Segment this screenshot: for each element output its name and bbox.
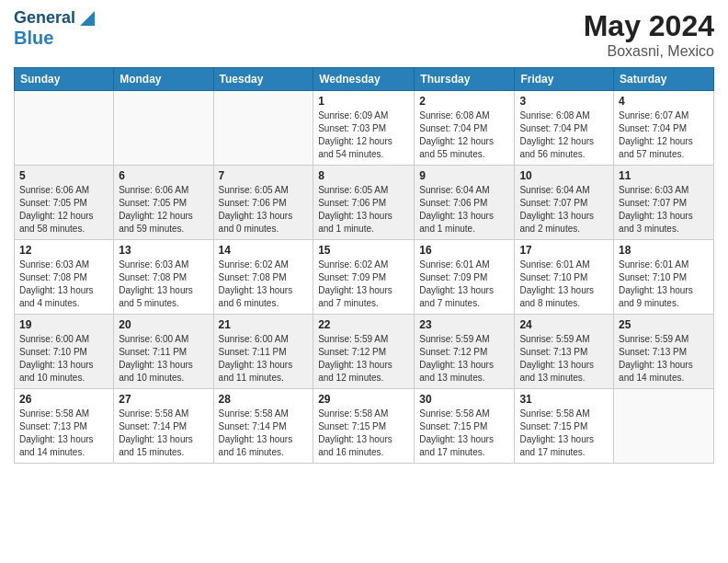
col-wednesday: Wednesday <box>313 68 415 91</box>
day-info: Sunrise: 6:02 AM Sunset: 7:09 PM Dayligh… <box>318 259 409 310</box>
calendar-day-cell: 18Sunrise: 6:01 AM Sunset: 7:10 PM Dayli… <box>614 240 714 315</box>
day-info: Sunrise: 6:00 AM Sunset: 7:10 PM Dayligh… <box>19 333 108 385</box>
calendar-week-row: 26Sunrise: 5:58 AM Sunset: 7:13 PM Dayli… <box>15 389 714 464</box>
calendar-day-cell: 20Sunrise: 6:00 AM Sunset: 7:11 PM Dayli… <box>114 315 213 389</box>
calendar-day-cell: 31Sunrise: 5:58 AM Sunset: 7:15 PM Dayli… <box>515 389 614 464</box>
day-number: 14 <box>219 244 309 257</box>
day-number: 28 <box>219 393 309 406</box>
day-number: 8 <box>318 169 409 182</box>
day-number: 25 <box>619 318 709 331</box>
day-number: 3 <box>519 95 609 108</box>
calendar-day-cell: 24Sunrise: 5:59 AM Sunset: 7:13 PM Dayli… <box>515 315 614 389</box>
day-info: Sunrise: 6:05 AM Sunset: 7:06 PM Dayligh… <box>219 184 309 236</box>
calendar-day-cell: 11Sunrise: 6:03 AM Sunset: 7:07 PM Dayli… <box>614 166 714 240</box>
day-number: 15 <box>318 244 409 257</box>
day-info: Sunrise: 6:07 AM Sunset: 7:04 PM Dayligh… <box>619 109 709 161</box>
calendar-week-row: 5Sunrise: 6:06 AM Sunset: 7:05 PM Daylig… <box>15 166 714 240</box>
calendar-day-cell: 28Sunrise: 5:58 AM Sunset: 7:14 PM Dayli… <box>213 389 313 464</box>
calendar-day-cell: 10Sunrise: 6:04 AM Sunset: 7:07 PM Dayli… <box>515 166 614 240</box>
day-info: Sunrise: 5:58 AM Sunset: 7:15 PM Dayligh… <box>318 408 409 459</box>
calendar-day-cell: 3Sunrise: 6:08 AM Sunset: 7:04 PM Daylig… <box>515 91 614 166</box>
day-number: 10 <box>519 169 609 182</box>
calendar-day-cell <box>15 91 114 166</box>
day-number: 22 <box>318 318 409 331</box>
day-info: Sunrise: 6:03 AM Sunset: 7:08 PM Dayligh… <box>19 259 108 310</box>
day-number: 31 <box>519 393 609 406</box>
calendar-day-cell: 23Sunrise: 5:59 AM Sunset: 7:12 PM Dayli… <box>415 315 515 389</box>
day-info: Sunrise: 6:06 AM Sunset: 7:05 PM Dayligh… <box>19 184 108 236</box>
svg-marker-0 <box>80 11 95 26</box>
day-number: 12 <box>19 244 108 257</box>
calendar-day-cell: 8Sunrise: 6:05 AM Sunset: 7:06 PM Daylig… <box>313 166 415 240</box>
calendar-location: Boxasni, Mexico <box>584 43 714 60</box>
col-monday: Monday <box>114 68 213 91</box>
day-number: 27 <box>119 393 208 406</box>
day-info: Sunrise: 5:58 AM Sunset: 7:13 PM Dayligh… <box>19 408 108 459</box>
day-info: Sunrise: 6:02 AM Sunset: 7:08 PM Dayligh… <box>219 259 309 310</box>
day-info: Sunrise: 5:58 AM Sunset: 7:14 PM Dayligh… <box>119 408 208 459</box>
day-info: Sunrise: 6:06 AM Sunset: 7:05 PM Dayligh… <box>119 184 208 236</box>
day-info: Sunrise: 5:59 AM Sunset: 7:12 PM Dayligh… <box>419 333 509 385</box>
day-number: 1 <box>318 95 409 108</box>
calendar-day-cell: 27Sunrise: 5:58 AM Sunset: 7:14 PM Dayli… <box>114 389 213 464</box>
page-header: General Blue May 2024 Boxasni, Mexico <box>14 9 714 60</box>
day-number: 2 <box>419 95 509 108</box>
calendar-day-cell: 2Sunrise: 6:08 AM Sunset: 7:04 PM Daylig… <box>415 91 515 166</box>
day-info: Sunrise: 6:09 AM Sunset: 7:03 PM Dayligh… <box>318 109 409 161</box>
calendar-day-cell: 29Sunrise: 5:58 AM Sunset: 7:15 PM Dayli… <box>313 389 415 464</box>
day-info: Sunrise: 5:58 AM Sunset: 7:15 PM Dayligh… <box>519 408 609 459</box>
logo-triangle-icon <box>80 11 95 26</box>
calendar-day-cell: 19Sunrise: 6:00 AM Sunset: 7:10 PM Dayli… <box>15 315 114 389</box>
calendar-day-cell: 13Sunrise: 6:03 AM Sunset: 7:08 PM Dayli… <box>114 240 213 315</box>
calendar-day-cell: 14Sunrise: 6:02 AM Sunset: 7:08 PM Dayli… <box>213 240 313 315</box>
logo: General Blue <box>14 9 95 48</box>
day-info: Sunrise: 5:58 AM Sunset: 7:14 PM Dayligh… <box>219 408 309 459</box>
col-thursday: Thursday <box>415 68 515 91</box>
calendar-day-cell: 22Sunrise: 5:59 AM Sunset: 7:12 PM Dayli… <box>313 315 415 389</box>
calendar-table: Sunday Monday Tuesday Wednesday Thursday… <box>14 67 714 464</box>
day-number: 13 <box>119 244 208 257</box>
day-number: 26 <box>19 393 108 406</box>
calendar-day-cell: 6Sunrise: 6:06 AM Sunset: 7:05 PM Daylig… <box>114 166 213 240</box>
day-info: Sunrise: 6:03 AM Sunset: 7:08 PM Dayligh… <box>119 259 208 310</box>
day-info: Sunrise: 6:01 AM Sunset: 7:10 PM Dayligh… <box>619 259 709 310</box>
calendar-week-row: 12Sunrise: 6:03 AM Sunset: 7:08 PM Dayli… <box>15 240 714 315</box>
day-number: 7 <box>219 169 309 182</box>
calendar-day-cell <box>213 91 313 166</box>
calendar-day-cell: 4Sunrise: 6:07 AM Sunset: 7:04 PM Daylig… <box>614 91 714 166</box>
calendar-day-cell <box>614 389 714 464</box>
calendar-day-cell: 17Sunrise: 6:01 AM Sunset: 7:10 PM Dayli… <box>515 240 614 315</box>
day-number: 30 <box>419 393 509 406</box>
day-info: Sunrise: 6:01 AM Sunset: 7:09 PM Dayligh… <box>419 259 509 310</box>
logo-top: General <box>14 9 95 28</box>
day-info: Sunrise: 6:03 AM Sunset: 7:07 PM Dayligh… <box>619 184 709 236</box>
calendar-day-cell: 15Sunrise: 6:02 AM Sunset: 7:09 PM Dayli… <box>313 240 415 315</box>
col-saturday: Saturday <box>614 68 714 91</box>
col-tuesday: Tuesday <box>213 68 313 91</box>
day-number: 11 <box>619 169 709 182</box>
day-info: Sunrise: 6:04 AM Sunset: 7:07 PM Dayligh… <box>519 184 609 236</box>
day-number: 16 <box>419 244 509 257</box>
calendar-day-cell: 26Sunrise: 5:58 AM Sunset: 7:13 PM Dayli… <box>15 389 114 464</box>
day-info: Sunrise: 6:04 AM Sunset: 7:06 PM Dayligh… <box>419 184 509 236</box>
day-number: 29 <box>318 393 409 406</box>
logo-blue-text: Blue <box>14 28 95 48</box>
calendar-container: General Blue May 2024 Boxasni, Mexico Su… <box>0 0 728 473</box>
calendar-day-cell: 25Sunrise: 5:59 AM Sunset: 7:13 PM Dayli… <box>614 315 714 389</box>
calendar-title: May 2024 <box>584 9 714 43</box>
day-info: Sunrise: 6:01 AM Sunset: 7:10 PM Dayligh… <box>519 259 609 310</box>
calendar-day-cell: 16Sunrise: 6:01 AM Sunset: 7:09 PM Dayli… <box>415 240 515 315</box>
title-block: May 2024 Boxasni, Mexico <box>584 9 714 60</box>
day-info: Sunrise: 6:00 AM Sunset: 7:11 PM Dayligh… <box>119 333 208 385</box>
calendar-day-cell: 1Sunrise: 6:09 AM Sunset: 7:03 PM Daylig… <box>313 91 415 166</box>
day-info: Sunrise: 6:08 AM Sunset: 7:04 PM Dayligh… <box>419 109 509 161</box>
calendar-week-row: 19Sunrise: 6:00 AM Sunset: 7:10 PM Dayli… <box>15 315 714 389</box>
day-info: Sunrise: 5:59 AM Sunset: 7:13 PM Dayligh… <box>519 333 609 385</box>
day-info: Sunrise: 5:59 AM Sunset: 7:12 PM Dayligh… <box>318 333 409 385</box>
day-info: Sunrise: 6:00 AM Sunset: 7:11 PM Dayligh… <box>219 333 309 385</box>
calendar-day-cell: 12Sunrise: 6:03 AM Sunset: 7:08 PM Dayli… <box>15 240 114 315</box>
calendar-day-cell: 21Sunrise: 6:00 AM Sunset: 7:11 PM Dayli… <box>213 315 313 389</box>
calendar-week-row: 1Sunrise: 6:09 AM Sunset: 7:03 PM Daylig… <box>15 91 714 166</box>
day-number: 20 <box>119 318 208 331</box>
calendar-day-cell: 30Sunrise: 5:58 AM Sunset: 7:15 PM Dayli… <box>415 389 515 464</box>
